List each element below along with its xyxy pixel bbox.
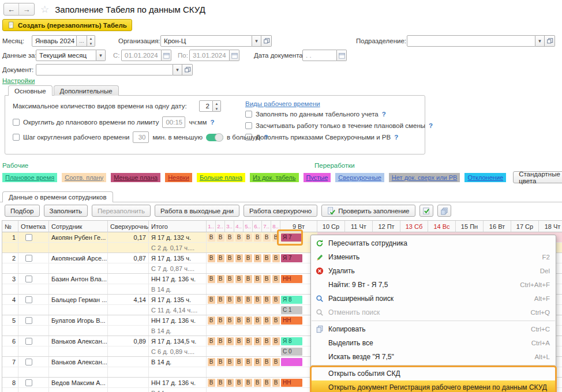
month-choose-button[interactable]: … [77, 35, 87, 47]
help-icon[interactable]: ? [210, 119, 214, 126]
day-cell[interactable] [253, 305, 262, 315]
day-cell[interactable] [262, 388, 271, 392]
column-header-mark[interactable]: Отметка [18, 221, 49, 232]
day-cell[interactable] [225, 305, 234, 315]
tab-main-settings[interactable]: Основные [8, 85, 53, 96]
day-cell[interactable]: В [225, 357, 234, 367]
legend-item-link[interactable]: Больше плана [197, 173, 245, 182]
day-cell[interactable]: В [216, 336, 225, 346]
row-mark-checkbox[interactable] [25, 234, 32, 241]
day-cell[interactable]: В [225, 336, 234, 346]
day-cell[interactable] [216, 284, 225, 294]
day-cell[interactable] [271, 326, 280, 336]
day-cell[interactable]: В [216, 315, 225, 325]
day-cell[interactable]: В [271, 232, 280, 242]
column-header-total[interactable]: Итого [149, 221, 207, 232]
standard-colors-button[interactable]: Стандартные цвета [513, 171, 562, 183]
day-cell[interactable] [262, 326, 271, 336]
column-header-employee[interactable]: Сотрудник [49, 221, 108, 232]
legend-item-link[interactable]: Пустые [304, 173, 331, 182]
column-header-day[interactable]: 3.. [225, 221, 234, 232]
day-cell[interactable]: В [216, 274, 225, 284]
day-cell[interactable]: В [243, 274, 253, 284]
overtime-cell[interactable] [108, 357, 149, 367]
employee-name-cell[interactable]: Ваньков Алексан... [49, 357, 108, 367]
day-cell[interactable] [253, 284, 262, 294]
row-mark-checkbox[interactable] [25, 255, 32, 262]
day-cell[interactable] [262, 263, 271, 273]
create-timesheet-button[interactable]: Создать (перезаполнить) Табель [2, 19, 132, 31]
legend-item-link[interactable]: Сверхурочные [335, 173, 384, 182]
day-cell[interactable] [216, 367, 225, 377]
day-cell[interactable]: В [234, 336, 243, 346]
total-main-cell[interactable]: НН 17 д. 136 ч. [149, 274, 207, 284]
help-icon[interactable]: ? [264, 134, 268, 141]
day-cell[interactable] [225, 243, 234, 252]
day-cell[interactable]: В [234, 274, 243, 284]
day-cell[interactable]: В [207, 315, 216, 325]
row-mark-checkbox[interactable] [25, 296, 32, 303]
column-header-day[interactable]: 1.. [207, 221, 216, 232]
total-main-cell[interactable]: Я 17 д. 135 ч. [149, 253, 207, 263]
day-cell[interactable] [271, 243, 280, 252]
day-cell[interactable] [225, 326, 234, 336]
day-cell[interactable] [207, 305, 216, 315]
day-cell[interactable]: В [225, 253, 234, 263]
column-header-day[interactable]: 13 Сб [400, 221, 428, 232]
day-cell[interactable] [207, 243, 216, 252]
day-cell[interactable]: В [243, 232, 253, 242]
day-cell[interactable] [262, 346, 271, 356]
day-cell[interactable]: В [271, 274, 280, 284]
day-cell[interactable]: В [207, 295, 216, 304]
max-kinds-input[interactable]: 2 [199, 100, 213, 112]
total-sub-cell[interactable] [149, 367, 207, 377]
day-cell[interactable] [234, 243, 243, 252]
day-cell[interactable]: В [225, 378, 234, 387]
menu-item[interactable]: Выделить всеCtrl+A [311, 336, 556, 350]
day-cell[interactable]: В [216, 232, 225, 242]
menu-item[interactable]: КопироватьCtrl+C [311, 322, 556, 336]
day-cell[interactable]: В [216, 357, 225, 367]
legend-item-link[interactable]: Меньше плана [111, 173, 160, 182]
rounding-step-input[interactable]: 30 [133, 131, 149, 143]
day-cell[interactable] [234, 346, 243, 356]
toolbar-button[interactable]: Работа в выходные дни [155, 205, 239, 217]
column-header-overtime[interactable]: Сверхурочные [108, 221, 149, 232]
employee-name-cell[interactable]: Базин Антон Вла... [49, 274, 108, 284]
legend-item-link[interactable]: Соотв. плану [62, 173, 106, 182]
day-cell[interactable]: В [271, 295, 280, 304]
column-header-num[interactable]: № [2, 221, 18, 232]
total-sub-cell[interactable]: С 6 д. 0,89 ч.... [149, 346, 207, 356]
fill-by-timesheet-checkbox[interactable] [245, 111, 252, 118]
day-cell[interactable]: В [207, 274, 216, 284]
menu-item[interactable]: Открыть документ Регистрация рабочего вр… [311, 380, 556, 392]
day-cell[interactable]: В [262, 232, 271, 242]
day-cell[interactable] [216, 388, 225, 392]
legend-item-link[interactable]: Отклонение [464, 173, 506, 182]
day-cell[interactable] [207, 346, 216, 356]
day-cell[interactable]: В [207, 253, 216, 263]
day-cell[interactable] [243, 367, 253, 377]
round-to-plan-checkbox[interactable] [13, 119, 20, 126]
column-header-day[interactable]: 17 Ср [511, 221, 539, 232]
total-sub-cell[interactable]: С 2 д. 0,17 ч.... [149, 243, 207, 252]
day-cell[interactable]: В [225, 232, 234, 242]
row-mark-checkbox[interactable] [25, 317, 32, 324]
day-cell[interactable] [234, 326, 243, 336]
column-header-day[interactable]: 16 Вт [484, 221, 511, 232]
work-types-link[interactable]: Виды рабочего времени [245, 100, 320, 107]
day-cell[interactable] [225, 388, 234, 392]
total-sub-cell[interactable]: В 14 д. [149, 284, 207, 294]
document-open-button[interactable] [182, 64, 193, 76]
total-main-cell[interactable]: Я 17 д. 132 ч. [149, 232, 207, 242]
day-cell[interactable] [253, 263, 262, 273]
day-cell[interactable] [253, 243, 262, 252]
column-header-day[interactable]: 12 Пт [373, 221, 400, 232]
day-cell[interactable] [271, 284, 280, 294]
employee-name-cell[interactable]: Бальцер Герман ... [49, 295, 108, 304]
day-cell[interactable]: В [234, 253, 243, 263]
overtime-cell[interactable] [108, 274, 149, 284]
department-open-button[interactable] [545, 35, 555, 47]
help-icon[interactable]: ? [382, 111, 386, 118]
row-mark-checkbox[interactable] [25, 359, 32, 365]
